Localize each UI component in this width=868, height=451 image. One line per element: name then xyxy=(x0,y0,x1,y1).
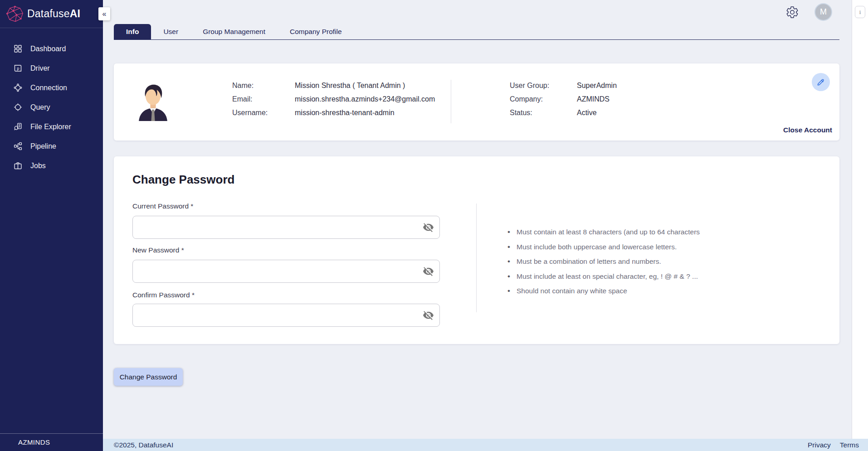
confirm-password-field xyxy=(132,304,440,327)
tab-group-management[interactable]: Group Management xyxy=(190,24,278,39)
sidebar-item-label: File Explorer xyxy=(30,123,71,131)
sidebar-item-label: Pipeline xyxy=(30,142,56,150)
change-password-card: Change Password Current Password * New P… xyxy=(114,156,839,344)
toggle-new-password-button[interactable] xyxy=(422,266,434,277)
settings-button[interactable] xyxy=(785,5,799,19)
profile-field-value: Active xyxy=(577,109,597,117)
main-content: M i Info User Group Management Company P… xyxy=(103,0,868,451)
sidebar-item-jobs[interactable]: Jobs xyxy=(0,156,103,175)
footer-links: Privacy Terms xyxy=(808,441,859,449)
toggle-confirm-password-button[interactable] xyxy=(422,310,434,321)
profile-field-label: Email: xyxy=(232,95,252,103)
file-explorer-search-icon xyxy=(13,122,23,131)
settings-gear-icon xyxy=(785,5,799,19)
password-rule: Must contain at least 8 characters (and … xyxy=(507,228,761,236)
tab-company-profile[interactable]: Company Profile xyxy=(278,24,354,39)
current-password-label: Current Password * xyxy=(132,202,193,210)
tab-user[interactable]: User xyxy=(151,24,190,39)
terms-link[interactable]: Terms xyxy=(840,441,859,449)
close-account-link[interactable]: Close Account xyxy=(783,126,832,134)
profile-field-label: User Group: xyxy=(510,82,549,90)
toggle-current-password-button[interactable] xyxy=(422,222,434,233)
sidebar-item-label: Jobs xyxy=(30,162,46,170)
sidebar-item-driver[interactable]: p Driver xyxy=(0,58,103,78)
avatar-initial: M xyxy=(820,7,827,17)
eye-off-icon xyxy=(423,222,434,233)
sidebar-item-label: Driver xyxy=(30,64,50,73)
change-password-title: Change Password xyxy=(132,173,234,187)
confirm-password-input[interactable] xyxy=(132,304,440,327)
confirm-password-label: Confirm Password * xyxy=(132,291,195,299)
profile-field-value: mission.shrestha.azminds+234@gmail.com xyxy=(295,95,435,103)
jobs-briefcase-icon xyxy=(13,161,23,170)
sidebar: DatafuseAI Dashboard p Driver Connection xyxy=(0,0,103,451)
password-rules-list: Must contain at least 8 characters (and … xyxy=(507,228,761,302)
sidebar-item-dashboard[interactable]: Dashboard xyxy=(0,39,103,58)
tab-info[interactable]: Info xyxy=(114,24,151,39)
password-rule: Must include at least on special charact… xyxy=(507,272,761,281)
user-avatar[interactable]: M xyxy=(814,3,832,21)
sidebar-item-label: Query xyxy=(30,103,50,112)
side-panel-info-button[interactable]: i xyxy=(855,6,865,18)
password-rule: Should not contain any white space xyxy=(507,287,761,295)
change-password-submit-button[interactable]: Change Password xyxy=(114,368,183,386)
current-password-field xyxy=(132,216,440,239)
profile-avatar-illustration xyxy=(137,82,169,121)
profile-field-label: Status: xyxy=(510,109,532,117)
pencil-edit-icon xyxy=(816,78,825,87)
sidebar-item-pipeline[interactable]: Pipeline xyxy=(0,136,103,156)
current-password-input[interactable] xyxy=(132,216,440,239)
profile-field-label: Company: xyxy=(510,95,543,103)
profile-field-label: Username: xyxy=(232,109,268,117)
dashboard-grid-icon xyxy=(13,44,23,53)
sidebar-item-file-explorer[interactable]: File Explorer xyxy=(0,117,103,136)
password-rule: Must be a combination of letters and num… xyxy=(507,257,761,266)
footer-copyright: ©2025, DatafuseAI xyxy=(114,441,173,449)
new-password-input[interactable] xyxy=(132,260,440,283)
sidebar-item-connection[interactable]: Connection xyxy=(0,78,103,97)
new-password-field xyxy=(132,260,440,283)
sidebar-nav: Dashboard p Driver Connection Query xyxy=(0,39,103,175)
footer: ©2025, DatafuseAI Privacy Terms xyxy=(103,439,868,451)
profile-card: Name: Mission Shrestha ( Tenant Admin ) … xyxy=(114,63,839,141)
privacy-link[interactable]: Privacy xyxy=(808,441,831,449)
query-target-icon xyxy=(13,102,23,112)
connection-diamond-icon xyxy=(13,83,23,92)
eye-off-icon xyxy=(423,310,434,321)
sidebar-company-footer: AZMINDS xyxy=(0,433,103,451)
brand-logo[interactable]: DatafuseAI xyxy=(0,0,103,28)
eye-off-icon xyxy=(423,266,434,277)
network-brain-icon xyxy=(5,5,24,23)
driver-board-icon: p xyxy=(13,63,23,73)
sidebar-item-label: Dashboard xyxy=(30,45,66,53)
profile-field-value: Mission Shrestha ( Tenant Admin ) xyxy=(295,82,405,90)
svg-text:p: p xyxy=(17,66,19,71)
sidebar-item-label: Connection xyxy=(30,84,67,92)
sidebar-collapse-button[interactable]: « xyxy=(98,7,110,20)
edit-profile-button[interactable] xyxy=(812,73,830,91)
password-rules-divider xyxy=(476,204,477,312)
profile-column-divider xyxy=(451,80,451,123)
password-rule: Must include both uppercase and lowercas… xyxy=(507,243,761,251)
profile-field-value: SuperAdmin xyxy=(577,82,617,90)
profile-field-label: Name: xyxy=(232,82,254,90)
profile-tabs: Info User Group Management Company Profi… xyxy=(114,24,839,40)
brand-name: DatafuseAI xyxy=(27,8,80,20)
browser-side-panel: i xyxy=(852,0,868,439)
profile-field-value: AZMINDS xyxy=(577,95,610,103)
pipeline-nodes-icon xyxy=(13,141,23,151)
profile-field-value: mission-shrestha-tenant-admin xyxy=(295,109,395,117)
new-password-label: New Password * xyxy=(132,246,184,254)
sidebar-item-query[interactable]: Query xyxy=(0,97,103,117)
